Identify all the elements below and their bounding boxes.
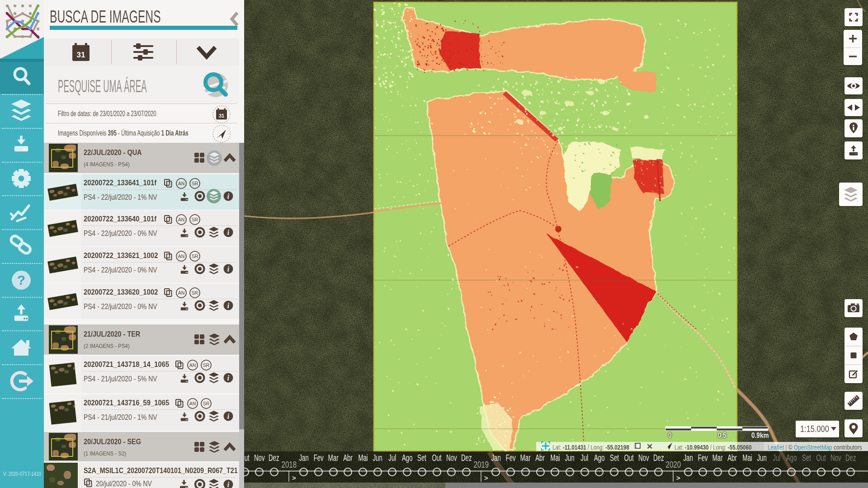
svg-text:AN: AN [189,401,196,406]
svg-text:AN: AN [178,290,185,296]
svg-text:AN: AN [178,181,185,186]
svg-text:31: 31 [77,51,85,59]
svg-text:AN: AN [178,253,185,259]
svg-text:SR: SR [192,253,198,259]
svg-text:i: i [227,302,230,310]
svg-text:i: i [227,229,230,236]
svg-text:i: i [227,481,230,488]
svg-text:i: i [227,192,230,200]
svg-text:i: i [227,265,230,273]
svg-text:SR: SR [192,217,198,222]
svg-text:AN: AN [178,217,185,222]
svg-text:?: ? [17,272,25,287]
svg-text:i: i [227,413,230,420]
svg-text:31: 31 [219,113,224,118]
svg-text:AN: AN [189,362,196,368]
svg-text:SR: SR [203,401,210,406]
svg-text:i: i [227,374,230,382]
svg-text:SR: SR [203,362,210,368]
svg-text:SR: SR [192,290,198,296]
svg-text:SR: SR [192,181,198,186]
